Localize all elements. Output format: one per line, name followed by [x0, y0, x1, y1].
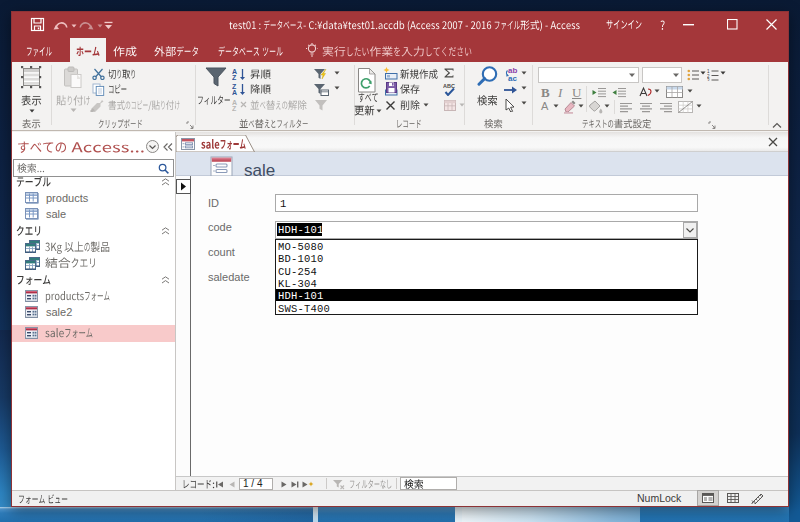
svg-text:3: 3 — [707, 78, 710, 81]
svg-text:A: A — [232, 89, 237, 95]
svg-text:ac: ac — [508, 74, 517, 82]
svg-text:A: A — [541, 100, 549, 112]
svg-text:Z: Z — [232, 74, 237, 80]
svg-text:Z: Z — [232, 105, 237, 111]
